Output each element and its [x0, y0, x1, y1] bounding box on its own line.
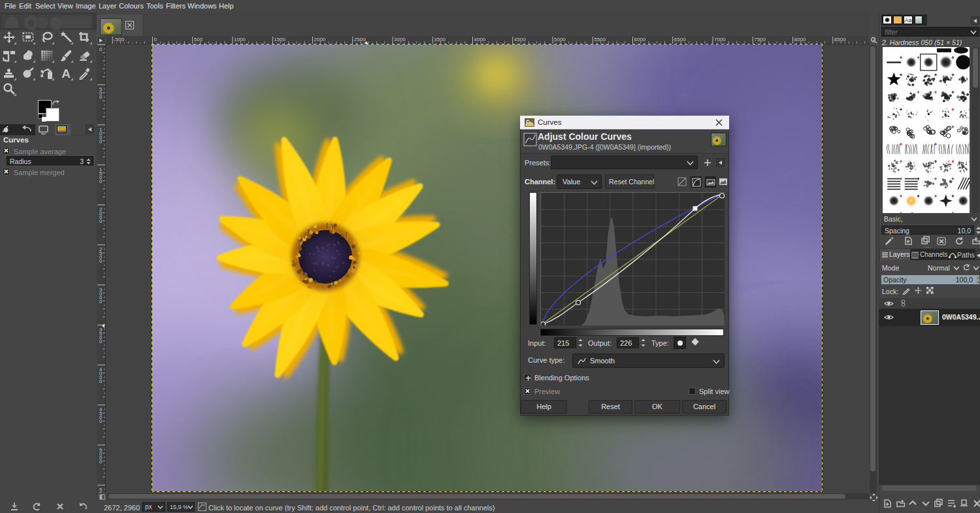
svg-text:4000: 4000: [99, 367, 102, 384]
svg-text:8000: 8000: [794, 37, 806, 42]
svg-text:1000: 1000: [234, 37, 246, 42]
svg-text:7500: 7500: [754, 37, 766, 42]
svg-text:0: 0: [154, 37, 157, 42]
svg-text:6500: 6500: [674, 37, 686, 42]
svg-text:2000: 2000: [314, 37, 326, 42]
svg-text:-500: -500: [114, 37, 125, 42]
svg-text:0: 0: [99, 46, 102, 52]
svg-text:500: 500: [194, 37, 203, 42]
svg-text:500: 500: [99, 86, 102, 100]
svg-text:4000: 4000: [474, 37, 486, 42]
svg-text:2000: 2000: [99, 207, 102, 224]
svg-text:2500: 2500: [354, 37, 366, 42]
svg-text:3500: 3500: [434, 37, 446, 42]
svg-text:4500: 4500: [99, 406, 102, 424]
svg-text:4500: 4500: [514, 37, 526, 42]
svg-text:5500: 5500: [594, 37, 606, 42]
svg-text:3000: 3000: [99, 287, 102, 305]
svg-text:3500: 3500: [99, 327, 102, 344]
svg-text:5000: 5000: [554, 37, 566, 42]
svg-text:5000: 5000: [99, 447, 102, 465]
svg-text:7000: 7000: [714, 37, 726, 42]
svg-text:1000: 1000: [99, 127, 102, 144]
svg-text:2500: 2500: [99, 246, 102, 264]
svg-text:A: A: [61, 67, 71, 80]
svg-text:3000: 3000: [394, 37, 406, 42]
svg-text:6000: 6000: [634, 37, 646, 42]
svg-text:1500: 1500: [274, 37, 286, 42]
svg-text:1500: 1500: [99, 167, 102, 184]
svg-text:8500: 8500: [834, 37, 846, 42]
